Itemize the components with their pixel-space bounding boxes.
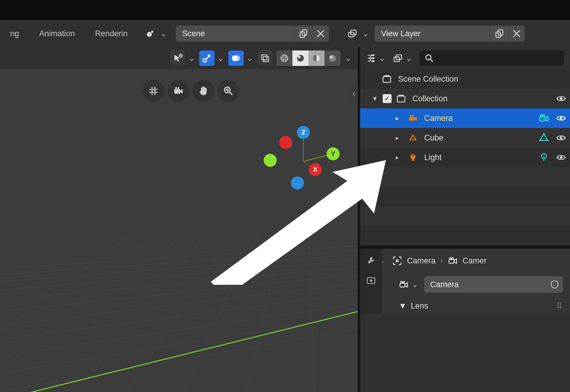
svg-point-87 — [452, 257, 453, 259]
svg-point-27 — [178, 87, 179, 89]
rendered-sphere-icon — [327, 53, 338, 63]
scene-selector: ⌄ Scene — [138, 20, 332, 47]
breadcrumb-data: Camer — [463, 256, 487, 265]
view-layer-dropdown[interactable]: ⌄ — [343, 27, 375, 40]
disclosure-triangle[interactable]: ▼ — [372, 95, 383, 102]
disclosure-triangle[interactable]: ▸ — [396, 154, 406, 161]
breadcrumb-object: Camera — [407, 256, 436, 265]
svg-point-16 — [281, 57, 288, 60]
axis-neg[interactable] — [279, 136, 292, 149]
svg-rect-13 — [262, 55, 267, 60]
mesh-object-icon — [406, 133, 419, 143]
scene-name: Scene — [176, 29, 294, 38]
new-view-layer-button[interactable] — [490, 26, 508, 42]
datablock-name-field[interactable]: Camera — [424, 276, 563, 293]
shading-wireframe[interactable] — [276, 50, 292, 66]
disclosure-triangle[interactable]: ▸ — [396, 134, 406, 141]
disclosure-triangle[interactable]: ▸ — [396, 115, 406, 122]
grid-icon — [148, 85, 159, 97]
viewport-3d[interactable]: ⌄ ⌄ ⌄ — [0, 47, 358, 392]
delete-scene-button[interactable] — [312, 26, 329, 42]
close-icon — [512, 29, 522, 39]
xray-toggle[interactable] — [257, 50, 273, 66]
svg-rect-85 — [449, 260, 454, 263]
workspace-tabs: ng Animation Renderin — [0, 20, 138, 47]
search-icon — [424, 53, 434, 63]
eye-icon — [556, 133, 566, 143]
outliner-row-camera[interactable]: ▸ Camera — [360, 108, 570, 128]
zoom-view-button[interactable] — [217, 80, 239, 102]
chevron-down-icon: ⌄ — [405, 53, 413, 63]
panel-lens-header[interactable]: ▼ Lens ⠿ — [360, 296, 570, 314]
xray-icon — [260, 53, 270, 63]
svg-point-67 — [543, 115, 544, 116]
chevron-down-icon: ⌄ — [378, 53, 386, 63]
toggle-grid-button[interactable] — [142, 80, 164, 102]
chevron-down-icon: ⌄ — [246, 53, 254, 63]
window-titlebar — [0, 0, 570, 20]
svg-point-23 — [329, 55, 336, 62]
outliner-row-scene-collection[interactable]: Scene Collection — [360, 69, 570, 89]
visibility-toggle[interactable] — [552, 133, 570, 143]
camera-view-button[interactable] — [167, 80, 189, 102]
tab-label: Renderin — [95, 29, 128, 38]
delete-view-layer-button[interactable] — [508, 26, 525, 42]
axis-z[interactable]: Z — [297, 126, 310, 139]
light-data-icon — [536, 152, 552, 162]
svg-point-64 — [412, 115, 414, 117]
view-layer-name: View Layer — [375, 29, 490, 38]
shading-mode-switch — [276, 50, 341, 66]
svg-point-69 — [560, 117, 563, 120]
visibility-toggle[interactable] — [552, 113, 570, 123]
svg-rect-14 — [263, 56, 268, 61]
sidebar-collapse-handle[interactable]: ‹ — [350, 84, 358, 103]
outliner-label: Collection — [411, 94, 552, 103]
workspace-tab[interactable]: Renderin — [85, 29, 138, 38]
chevron-down-icon: ⌄ — [160, 29, 168, 38]
drag-handle-icon[interactable]: ⠿ — [556, 301, 563, 311]
outliner-search[interactable] — [419, 50, 564, 66]
outliner-filter-dropdown[interactable]: ⌄ — [393, 53, 413, 63]
solid-sphere-icon — [295, 53, 305, 63]
scene-name-field[interactable]: Scene — [176, 26, 329, 42]
new-scene-button[interactable] — [294, 26, 312, 42]
collection-enable-checkbox[interactable]: ✓ — [383, 94, 392, 103]
scene-type-dropdown[interactable]: ⌄ — [141, 27, 173, 40]
gizmo-toggle[interactable] — [199, 50, 215, 66]
eye-icon — [556, 113, 566, 123]
svg-point-66 — [540, 115, 542, 116]
outliner-label: Light — [423, 153, 536, 162]
top-header: ng Animation Renderin ⌄ Scene ⌄ — [0, 20, 570, 47]
outliner-row-cube[interactable]: ▸ Cube — [360, 128, 570, 148]
shading-solid[interactable] — [292, 50, 308, 66]
outliner-display-dropdown[interactable]: ⌄ — [366, 53, 386, 63]
svg-point-26 — [175, 87, 177, 89]
svg-line-32 — [0, 291, 358, 365]
visibility-toggle[interactable] — [552, 152, 570, 162]
workspace-tab[interactable]: Animation — [29, 29, 85, 38]
shading-rendered[interactable] — [324, 50, 341, 66]
pan-view-button[interactable] — [192, 80, 214, 102]
svg-rect-57 — [383, 77, 391, 83]
outliner-row-collection[interactable]: ▼ ✓ Collection — [360, 89, 570, 108]
camera-icon — [173, 85, 184, 97]
gizmo-arrow-icon — [202, 53, 212, 63]
shading-material[interactable] — [308, 50, 324, 66]
workspace-tab[interactable]: ng — [0, 29, 29, 38]
collection-icon — [380, 74, 393, 84]
svg-point-1 — [151, 31, 153, 33]
outliner-label: Scene Collection — [397, 75, 570, 84]
view-layer-name-field[interactable]: View Layer — [375, 26, 525, 42]
fake-user-toggle[interactable] — [546, 279, 563, 290]
svg-line-50 — [0, 225, 142, 392]
visibility-toggle[interactable] — [552, 94, 570, 104]
svg-point-77 — [543, 156, 544, 157]
svg-point-91 — [400, 281, 402, 283]
svg-rect-60 — [399, 95, 404, 96]
datablock-dropdown[interactable]: ⌄ — [399, 279, 419, 290]
overlays-toggle[interactable] — [228, 50, 244, 66]
selectability-dropdown[interactable] — [170, 50, 186, 66]
viewport-nav-buttons — [142, 80, 239, 102]
camera-data-icon — [536, 113, 552, 124]
close-icon — [316, 29, 326, 39]
